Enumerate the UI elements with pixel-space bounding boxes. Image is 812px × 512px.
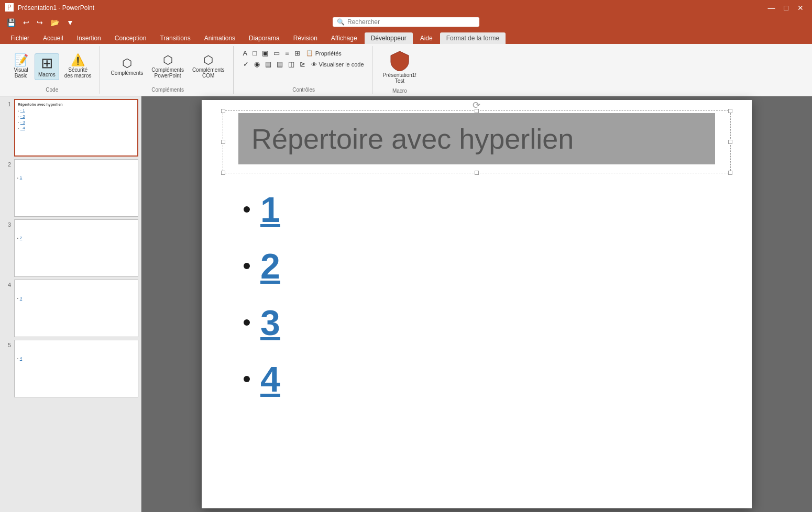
handle-mr[interactable] xyxy=(728,140,732,144)
slide-thumb-1[interactable]: 1 Répertoire avec hyperlien •· 1 •· 2 •·… xyxy=(3,99,138,157)
maximize-button[interactable]: □ xyxy=(781,4,792,12)
ctrl-toggle-btn[interactable]: ◫ xyxy=(286,59,297,69)
tab-fichier[interactable]: Fichier xyxy=(4,32,36,44)
app-title: Présentation1 - PowerPoint xyxy=(18,4,94,12)
slide-content-area: 1 2 3 4 xyxy=(238,189,715,498)
slide-num-1: 1 xyxy=(3,99,11,107)
ctrl-grid-btn[interactable]: ⊞ xyxy=(292,48,302,58)
presentation-test-button[interactable]: Présentation1!Test xyxy=(380,48,420,86)
slide-num-3: 3 xyxy=(3,219,11,228)
slide-thumb-4[interactable]: 4 •3 xyxy=(3,280,138,337)
complements-buttons: ⬡ Compléments ⬡ ComplémentsPowerPoint ⬡ … xyxy=(107,46,227,87)
slide-panel: 1 Répertoire avec hyperlien •· 1 •· 2 •·… xyxy=(0,96,141,512)
slide-thumb-5[interactable]: 5 •4 xyxy=(3,340,138,397)
ribbon-group-controles: A □ ▣ ▭ ≡ ⊞ 📋 Propriétés ✓ ◉ ▤ ▤ ◫ ⊵ 👁 xyxy=(236,46,372,94)
close-button[interactable]: ✕ xyxy=(794,4,807,12)
macros-icon: ⊞ xyxy=(41,56,53,71)
ribbon-content: 📝 VisualBasic ⊞ Macros ⚠️ Sécuritédes ma… xyxy=(0,44,812,96)
redo-quick-btn[interactable]: ↪ xyxy=(34,17,46,28)
open-quick-btn[interactable]: 📂 xyxy=(48,17,62,28)
bullet-text-1: 1 xyxy=(260,189,280,230)
tab-revision[interactable]: Révision xyxy=(287,32,324,44)
macro-shield-icon xyxy=(389,50,410,71)
slide-title-box[interactable]: Répertoire avec hyperlien xyxy=(238,113,715,164)
complements-powerpoint-button[interactable]: ⬡ ComplémentsPowerPoint xyxy=(148,52,187,81)
bullet-dot-3 xyxy=(244,319,250,326)
handle-br[interactable] xyxy=(728,171,732,175)
securite-macros-button[interactable]: ⚠️ Sécuritédes macros xyxy=(61,52,95,81)
tab-format[interactable]: Format de la forme xyxy=(440,32,506,44)
handle-tl[interactable] xyxy=(221,109,225,113)
bullet-dot-4 xyxy=(244,376,250,382)
ctrl-listbox-btn[interactable]: ▤ xyxy=(263,59,273,69)
complements-com-button[interactable]: ⬡ ComplémentsCOM xyxy=(189,52,228,81)
app-icon: 🅿 xyxy=(5,3,14,13)
properties-icon: 📋 xyxy=(306,50,313,57)
handle-tm[interactable] xyxy=(475,109,479,113)
save-quick-btn[interactable]: 💾 xyxy=(4,17,18,28)
slide-canvas[interactable]: ⟳ Répertoire avec hyperlien 1 2 3 xyxy=(202,100,752,508)
macro-group-label: Macro xyxy=(392,88,407,95)
slide-num-2: 2 xyxy=(3,159,11,168)
slide-preview-1: Répertoire avec hyperlien •· 1 •· 2 •· 3… xyxy=(14,99,138,157)
ctrl-rect-btn[interactable]: □ xyxy=(250,48,259,58)
tab-accueil[interactable]: Accueil xyxy=(37,32,70,44)
tab-conception[interactable]: Conception xyxy=(108,32,153,44)
slide-bullet-1: 1 xyxy=(238,189,715,230)
tab-insertion[interactable]: Insertion xyxy=(71,32,107,44)
complements-pp-icon: ⬡ xyxy=(163,54,173,66)
tab-diaporama[interactable]: Diaporama xyxy=(243,32,286,44)
visualiser-code-button[interactable]: 👁 Visualiser le code xyxy=(309,60,367,69)
visualiser-icon: 👁 xyxy=(311,61,317,68)
handle-bl[interactable] xyxy=(221,171,225,175)
ctrl-img-btn[interactable]: ▤ xyxy=(275,59,285,69)
code-group-label: Code xyxy=(46,87,58,94)
bullet-dot-1 xyxy=(244,206,250,213)
handle-tr[interactable] xyxy=(728,109,732,113)
slide-preview-5: •4 xyxy=(14,340,138,397)
ctrl-more-btn[interactable]: ⊵ xyxy=(298,59,308,69)
search-input[interactable] xyxy=(347,18,463,26)
tab-animations[interactable]: Animations xyxy=(198,32,242,44)
ctrl-combo-btn[interactable]: ▣ xyxy=(260,48,270,58)
ctrl-list-btn[interactable]: ≡ xyxy=(283,48,291,58)
slide-title-text: Répertoire avec hyperlien xyxy=(251,123,574,155)
macros-button[interactable]: ⊞ Macros xyxy=(35,53,59,80)
visual-basic-icon: 📝 xyxy=(14,54,28,66)
minimize-button[interactable]: — xyxy=(765,4,778,12)
ribbon-group-code: 📝 VisualBasic ⊞ Macros ⚠️ Sécuritédes ma… xyxy=(4,46,100,94)
macro-buttons: Présentation1!Test xyxy=(380,46,420,88)
title-bar: 🅿 Présentation1 - PowerPoint — □ ✕ xyxy=(0,0,812,16)
undo-quick-btn[interactable]: ↩ xyxy=(20,17,32,28)
properties-button[interactable]: 📋 Propriétés xyxy=(303,49,344,58)
rotate-handle[interactable]: ⟳ xyxy=(473,99,480,111)
complements-button[interactable]: ⬡ Compléments xyxy=(107,55,146,78)
handle-ml[interactable] xyxy=(221,140,225,144)
slide-bullet-2: 2 xyxy=(238,246,715,286)
visual-basic-button[interactable]: 📝 VisualBasic xyxy=(9,52,32,81)
slide-editor: ⟳ Répertoire avec hyperlien 1 2 3 xyxy=(141,96,812,512)
ctrl-check-btn[interactable]: ✓ xyxy=(241,59,251,69)
code-buttons: 📝 VisualBasic ⊞ Macros ⚠️ Sécuritédes ma… xyxy=(9,46,94,87)
window-controls[interactable]: — □ ✕ xyxy=(765,4,807,12)
securite-macros-icon: ⚠️ xyxy=(71,54,85,66)
slide-preview-3: •2 xyxy=(14,219,138,277)
complements-com-icon: ⬡ xyxy=(203,54,213,66)
customize-quick-btn[interactable]: ▼ xyxy=(64,17,76,28)
bullet-text-2: 2 xyxy=(260,246,280,286)
ctrl-radio-btn[interactable]: ◉ xyxy=(252,59,262,69)
ctrl-text-btn[interactable]: A xyxy=(241,48,250,58)
slide-thumb-3[interactable]: 3 •2 xyxy=(3,219,138,277)
tab-transitions[interactable]: Transitions xyxy=(153,32,196,44)
ribbon-tabs: Fichier Accueil Insertion Conception Tra… xyxy=(0,29,812,44)
tab-aide[interactable]: Aide xyxy=(414,32,439,44)
tab-affichage[interactable]: Affichage xyxy=(325,32,364,44)
tab-developpeur[interactable]: Développeur xyxy=(365,32,413,44)
handle-bm[interactable] xyxy=(475,171,479,175)
search-icon: 🔍 xyxy=(337,18,345,26)
slide-thumb-2[interactable]: 2 •1 xyxy=(3,159,138,217)
bullet-text-3: 3 xyxy=(260,302,280,343)
complements-icon: ⬡ xyxy=(122,58,132,69)
ctrl-scroll-btn[interactable]: ▭ xyxy=(271,48,282,58)
search-bar: 🔍 xyxy=(333,17,479,27)
